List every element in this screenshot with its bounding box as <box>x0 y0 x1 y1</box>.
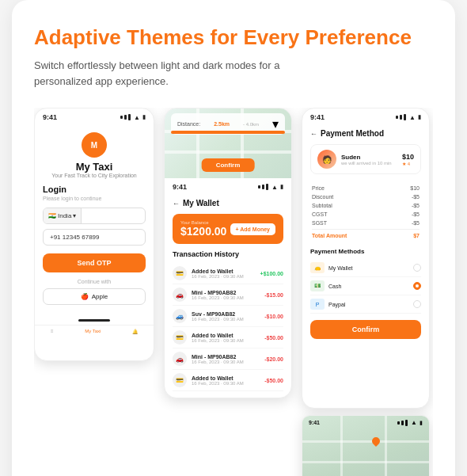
phone1-status-icons: ▲ ▮ <box>120 114 146 121</box>
road-h2 <box>165 150 291 154</box>
phone4-status-bar: 9:41 ▲ ▮ <box>309 419 423 426</box>
apple-icon: 🍎 <box>81 293 89 300</box>
page-subtitle: Switch effortlessly between light and da… <box>34 58 303 89</box>
price-row: Subtotal-$5 <box>312 201 420 210</box>
payment-method-item[interactable]: P Paypal <box>310 295 421 314</box>
back-arrow-icon[interactable]: ← <box>173 200 180 208</box>
txn-amount: -$50.00 <box>264 335 283 341</box>
phone3-stack: 9:41 ▲ ▮ ← Payment Method <box>302 108 430 476</box>
phone2-time: 9:41 <box>173 183 187 191</box>
phone-input[interactable]: +91 12345 67899 <box>43 229 146 246</box>
login-heading: Login <box>43 185 146 194</box>
balance-amount: $1200.00 <box>180 225 226 238</box>
radio-button[interactable] <box>413 264 421 272</box>
pay-method-left: P Paypal <box>310 299 345 310</box>
price-value: -$5 <box>412 220 420 226</box>
driver-emoji: 🧑 <box>322 155 332 164</box>
send-otp-button[interactable]: Send OTP <box>43 253 146 272</box>
phone-map-mini: 9:41 ▲ ▮ <box>302 415 430 476</box>
radio-button[interactable] <box>413 282 421 290</box>
pay-name: Cash <box>328 284 341 289</box>
wifi2-icon: ▲ <box>271 184 278 191</box>
txn-icon: 🚗 <box>173 288 187 302</box>
wifi-icon: ▲ <box>134 114 140 121</box>
price-label: Discount <box>312 194 333 200</box>
payment-method-item[interactable]: 💵 Cash <box>310 277 421 295</box>
payment-back-icon[interactable]: ← <box>310 130 317 138</box>
nav-bell-icon[interactable]: 🔔 <box>132 329 138 334</box>
confirm-payment-button[interactable]: Confirm <box>310 320 421 339</box>
driver-name: Suden <box>341 154 397 161</box>
signal-bar-2 <box>124 115 127 120</box>
wallet-section: ← My Wallet Your Balance $1200.00 + Add … <box>165 192 291 398</box>
pay-icon-cash: 💵 <box>310 280 325 291</box>
payment-header: ← Payment Method <box>310 129 421 138</box>
phone4-status-icons: ▲ ▮ <box>397 419 423 426</box>
logo-circle: M <box>82 132 107 158</box>
phone3-time: 9:41 <box>310 113 325 121</box>
txn-date: 16 Feb, 2023 · 09:30 AM <box>192 317 260 322</box>
phone2-header: 9:41 ▲ ▮ <box>165 178 291 192</box>
price-value: $7 <box>413 233 420 238</box>
apple-sign-in-button[interactable]: 🍎 Apple <box>43 288 146 305</box>
signal-bar-1 <box>120 116 123 119</box>
radio-button[interactable] <box>413 300 421 308</box>
transaction-item: 💳 Added to Wallet 16 Feb, 2023 · 09:30 A… <box>173 327 283 348</box>
pay-name: My Wallet <box>328 265 352 271</box>
nav-taxi-label[interactable]: My Taxi <box>85 329 101 334</box>
driver-card: 🧑 Suden we will arrived in 10 min $10 ★ … <box>310 144 421 174</box>
payment-methods-title: Payment Methods <box>310 248 421 255</box>
dropdown-arrow: ▾ <box>73 212 76 219</box>
map4-road-h1 <box>302 440 429 443</box>
txn-icon: 💳 <box>173 330 187 345</box>
txn-date: 16 Feb, 2023 · 09:30 AM <box>192 360 260 364</box>
app-title: My Taxi <box>43 161 146 173</box>
phone1-header: 9:41 ▲ ▮ <box>35 109 154 123</box>
txn-icon: 💳 <box>173 373 187 387</box>
flag-label: 🇮🇳 India ▾ <box>44 208 82 223</box>
pay-icon-wallet: 👝 <box>310 262 325 273</box>
price-label: Total Amount <box>312 233 347 238</box>
price-value: $10 <box>410 185 420 191</box>
transaction-item: 💳 Added to Wallet 16 Feb, 2023 · 09:30 A… <box>173 263 283 284</box>
add-money-button[interactable]: + Add Money <box>230 223 276 235</box>
flag-icon: 🇮🇳 <box>48 212 56 219</box>
txn-name: Suv - MP90AB82 <box>192 311 260 317</box>
map-confirm-button[interactable]: Confirm <box>202 158 255 172</box>
price-value: -$5 <box>412 203 420 208</box>
history-title: Transaction History <box>173 250 283 258</box>
driver-price: $10 <box>402 153 414 161</box>
txn-info: Added to Wallet 16 Feb, 2023 · 09:30 AM <box>192 333 260 343</box>
txn-date: 16 Feb, 2023 · 09:30 AM <box>192 381 260 386</box>
main-card: Adaptive Themes for Every Preference Swi… <box>12 0 455 476</box>
signal-bar-3 <box>128 114 131 120</box>
driver-info: Suden we will arrived in 10 min <box>341 154 397 166</box>
page-title: Adaptive Themes for Every Preference <box>34 25 433 50</box>
logo-letter: M <box>91 141 97 150</box>
pay-name: Paypal <box>328 302 345 307</box>
price-row: SGST-$5 <box>312 219 420 227</box>
phone3-header: 9:41 ▲ ▮ <box>302 109 429 123</box>
nav-menu-icon[interactable]: ≡ <box>51 329 54 334</box>
txn-icon: 🚙 <box>173 309 187 323</box>
phone-payment: 9:41 ▲ ▮ ← Payment Method <box>302 108 430 409</box>
phone-number-value: +91 12345 67899 <box>50 234 100 241</box>
map4-road-h2 <box>302 461 429 463</box>
driver-avatar: 🧑 <box>317 150 336 169</box>
price-value: -$5 <box>412 211 420 217</box>
txn-info: Mini - MP90AB82 16 Feb, 2023 · 09:30 AM <box>192 354 260 364</box>
txn-date: 16 Feb, 2023 · 09:30 AM <box>192 338 260 343</box>
balance-info: Your Balance $1200.00 <box>180 220 226 238</box>
country-selector[interactable]: 🇮🇳 India ▾ <box>43 208 146 224</box>
dropdown-chevron: ▾ <box>272 116 279 131</box>
txn-info: Suv - MP90AB82 16 Feb, 2023 · 09:30 AM <box>192 311 260 322</box>
price-table: Price$10Discount-$5Subtotal-$5CGST-$5SGS… <box>310 182 421 242</box>
price-label: Subtotal <box>312 203 332 208</box>
balance-card: Your Balance $1200.00 + Add Money <box>173 214 283 244</box>
wallet-header: ← My Wallet <box>173 199 283 208</box>
price-label: SGST <box>312 220 327 226</box>
payment-title: Payment Method <box>321 129 384 138</box>
phone4-time: 9:41 <box>309 420 320 425</box>
payment-method-item[interactable]: 👝 My Wallet <box>310 259 421 277</box>
txn-name: Added to Wallet <box>192 333 260 338</box>
